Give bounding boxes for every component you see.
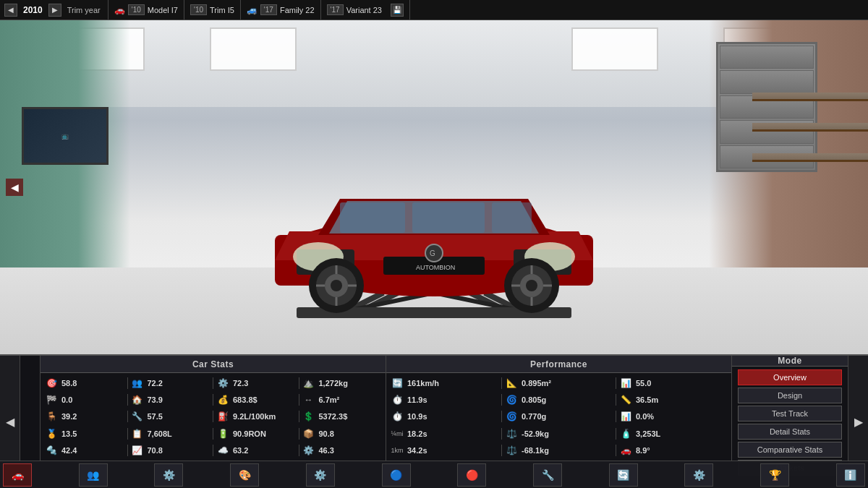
stat-val-perf1: 55.0 — [636, 379, 668, 388]
pdiv7 — [501, 428, 502, 440]
car-stats-header: Car Stats — [41, 356, 386, 373]
bottom-icon-engine[interactable]: ⚙️ — [154, 463, 183, 487]
stat-sportiness: 🏁 0.0 — [43, 392, 126, 408]
stat-weight: ⛰️ 1,272kg — [301, 375, 383, 391]
stat-060: ⏱️ 11.9s — [389, 392, 500, 408]
mode-btn-overview[interactable]: Overview — [738, 369, 842, 385]
shelf-2 — [752, 123, 868, 132]
year-prev-btn[interactable]: ◀ — [4, 4, 17, 17]
bottom-icon-wheels[interactable]: 🔵 — [382, 463, 411, 487]
performance-header: Performance — [386, 356, 731, 373]
brake-icon: 📏 — [618, 392, 634, 408]
bottom-icon-safety[interactable]: ⚙️ — [684, 463, 713, 487]
stat-val-seats: 39.2 — [61, 412, 94, 421]
shelf-area — [752, 93, 868, 162]
mode-header: Mode — [732, 356, 848, 367]
stat-div14 — [213, 445, 213, 456]
variant-nav-group: '17 Variant 23 💾 — [321, 0, 410, 20]
stat-stab: 📊 0.0% — [618, 408, 728, 424]
stat-div9 — [299, 411, 299, 422]
interior-icon: ↔️ — [301, 392, 317, 408]
car-stats-section: Car Stats 🎯 58.8 👥 72.2 ⚙️ — [41, 356, 386, 461]
viewport-prev-icon: ◀ — [11, 181, 19, 193]
car-on-lift: AUTOMBION G — [224, 116, 644, 318]
bottom-icon-car[interactable]: 🚗 — [3, 463, 32, 487]
safety-icon: ⚙️ — [215, 375, 231, 391]
stat-val-steering: 58.8 — [61, 379, 94, 388]
octane-icon: 🔋 — [215, 426, 231, 442]
bottom-icon-info[interactable]: ℹ️ — [836, 463, 865, 487]
qmile-icon: ¼mi — [389, 426, 405, 442]
car-icon: 🚗 — [114, 5, 125, 15]
stat-lateral: 🌀 0.805g — [503, 392, 614, 408]
bottom-icon-suspension[interactable]: 🔧 — [533, 463, 562, 487]
lat2-icon: 🌀 — [503, 408, 519, 424]
accel2-icon: ⏱️ — [389, 408, 405, 424]
price-icon: 💰 — [215, 392, 231, 408]
stat-val-100: 10.9s — [407, 412, 440, 421]
shelf-3 — [752, 153, 868, 162]
stat-misc: ⚙️ 46.3 — [301, 442, 383, 458]
year-nav-group: ◀ 2010 ▶ Trim year — [0, 0, 109, 20]
stat-val-drag: 0.895m² — [522, 379, 554, 388]
bottom-icon-gearbox[interactable]: ⚙️ — [306, 463, 335, 487]
year-next-btn[interactable]: ▶ — [48, 4, 61, 17]
variant-year-badge: '17 — [327, 4, 344, 15]
stat-tank: 🧴 3,253L — [618, 426, 728, 442]
stat-quality: 🏅 13.5 — [43, 426, 126, 442]
capacity-icon: 📦 — [301, 426, 317, 442]
mode-btn-detailstats[interactable]: Detail Stats — [738, 424, 842, 440]
stat-val-fuel: 9.2L/100km — [233, 412, 276, 421]
viewport-prev-btn[interactable]: ◀ — [6, 179, 23, 196]
bottom-icon-brakes[interactable]: 🔴 — [457, 463, 486, 487]
perf-row-1: 🔄 161km/h 📐 0.895m² 📊 55.0 — [386, 375, 731, 391]
stat-val-durability: 42.4 — [61, 446, 94, 455]
performance-rows: 🔄 161km/h 📐 0.895m² 📊 55.0 — [386, 373, 731, 461]
stat-safety: ⚙️ 72.3 — [215, 375, 297, 391]
trim-year-badge: '10 — [190, 4, 207, 15]
speed-icon: 🔄 — [389, 375, 405, 391]
car-svg: AUTOMBION G — [224, 116, 644, 318]
bottom-icon-aero[interactable]: 🔄 — [609, 463, 638, 487]
ceiling-light-2 — [210, 27, 297, 71]
panel-next-icon: ▶ — [854, 415, 863, 429]
stat-val-service: 5372.3$ — [319, 412, 352, 421]
stat-div6 — [299, 394, 299, 406]
stat-div2 — [213, 377, 213, 389]
comfort-icon: 👥 — [129, 375, 145, 391]
mode-btn-testtrack[interactable]: Test Track — [738, 406, 842, 421]
stat-div13 — [127, 445, 128, 456]
stat-div8 — [213, 411, 213, 422]
stat-utility: 📈 70.8 — [129, 442, 212, 458]
stat-val-cargo: 7,608L — [148, 429, 180, 438]
pdiv10 — [616, 445, 616, 456]
accel-icon: ⏱️ — [389, 392, 405, 408]
left-spacer — [20, 356, 41, 461]
bottom-icon-race[interactable]: 🏆 — [760, 463, 789, 487]
bottom-icon-people[interactable]: 👥 — [79, 463, 108, 487]
stat-cargo: 📋 7,608L — [129, 426, 212, 442]
stat-capacity: 📦 90.8 — [301, 426, 383, 442]
stat-octane: 🔋 90.9RON — [215, 426, 297, 442]
perf-row-3: ⏱️ 10.9s 🌀 0.770g 📊 0.0% — [386, 408, 731, 424]
bottom-icons-bar: 🚗 👥 ⚙️ 🎨 ⚙️ 🔵 🔴 🔧 🔄 ⚙️ 🏆 ℹ️ — [0, 461, 868, 488]
stat-seats: 🪑 39.2 — [43, 408, 126, 424]
bottom-icon-body[interactable]: 🎨 — [230, 463, 259, 487]
pdiv5 — [501, 411, 502, 422]
cargo-icon: 📋 — [129, 426, 145, 442]
tank-icon: 🧴 — [618, 426, 634, 442]
wall-monitor: 📺 — [22, 107, 109, 165]
save-button[interactable]: 💾 — [391, 4, 404, 17]
stat-val-quality: 13.5 — [61, 429, 94, 438]
stat-oversteer: ⚖️ -52.9kg — [503, 426, 614, 442]
stat-emissions: ☁️ 63.2 — [215, 442, 297, 458]
stat-div4 — [127, 394, 128, 406]
stat-1km: 1km 34.2s — [389, 442, 500, 458]
mode-btn-design[interactable]: Design — [738, 388, 842, 403]
car-stats-row-5: 🔩 42.4 📈 70.8 ☁️ 63.2 ⚙️ — [41, 442, 386, 458]
stat-val-emissions: 63.2 — [233, 446, 265, 455]
main-viewport: 📺 — [0, 20, 868, 354]
mode-btn-comparativestats[interactable]: Comparative Stats — [738, 442, 842, 458]
ceiling-light-3 — [571, 27, 658, 71]
stat-qmile: ¼mi 18.2s — [389, 426, 500, 442]
